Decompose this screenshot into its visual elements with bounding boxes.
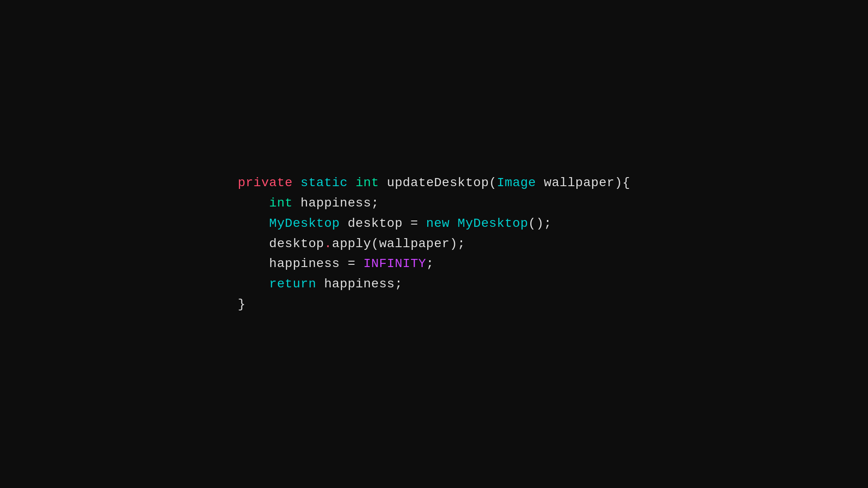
code-token: new xyxy=(426,216,450,230)
code-token xyxy=(238,216,269,230)
code-token xyxy=(238,196,269,210)
code-token: return xyxy=(269,277,316,291)
code-line-line6: return happiness; xyxy=(238,274,630,295)
code-token: ; xyxy=(426,257,434,271)
code-token xyxy=(450,216,458,230)
code-token xyxy=(292,176,300,190)
code-token: static xyxy=(301,176,348,190)
code-token: INFINITY xyxy=(363,257,426,271)
code-token: MyDesktop xyxy=(458,216,528,230)
code-token: desktop xyxy=(238,237,324,251)
code-token: } xyxy=(238,297,245,311)
code-token xyxy=(348,176,355,190)
code-token: wallpaper){ xyxy=(536,176,630,190)
code-token: updateDesktop( xyxy=(379,176,496,190)
code-token: apply(wallpaper); xyxy=(332,237,465,251)
code-token: desktop = xyxy=(340,216,426,230)
code-token: happiness; xyxy=(316,277,403,291)
code-token xyxy=(238,277,269,291)
code-line-line4: desktop.apply(wallpaper); xyxy=(238,234,630,254)
code-token: int xyxy=(269,196,292,210)
code-token: happiness; xyxy=(292,196,379,210)
code-token: (); xyxy=(528,216,552,230)
code-token: . xyxy=(324,237,332,251)
code-token: int xyxy=(355,176,379,190)
code-line-line7: } xyxy=(238,295,630,315)
code-line-line1: private static int updateDesktop(Image w… xyxy=(238,173,630,193)
code-token: private xyxy=(238,176,293,190)
code-line-line5: happiness = INFINITY; xyxy=(238,254,630,274)
code-display: private static int updateDesktop(Image w… xyxy=(238,173,630,315)
code-token: MyDesktop xyxy=(269,216,340,230)
code-token: Image xyxy=(497,176,536,190)
code-token: happiness = xyxy=(238,257,363,271)
code-line-line3: MyDesktop desktop = new MyDesktop(); xyxy=(238,214,630,234)
code-line-line2: int happiness; xyxy=(238,193,630,214)
